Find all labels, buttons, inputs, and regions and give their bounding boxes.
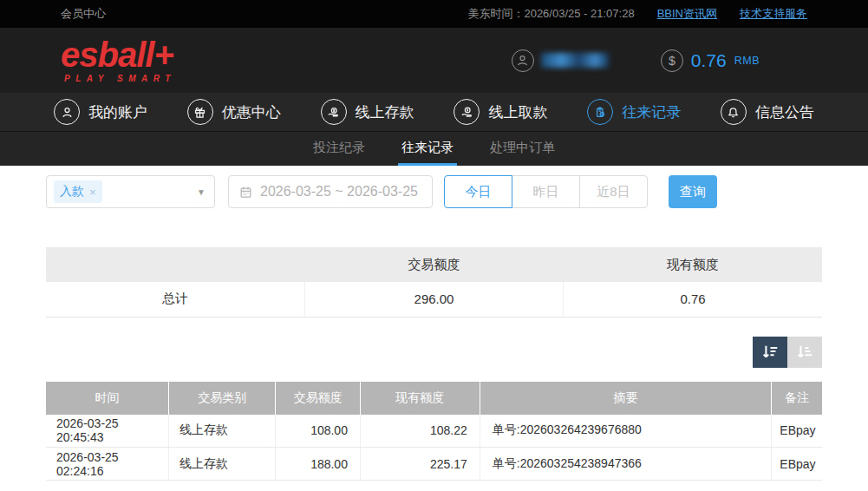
- tab-processing-orders[interactable]: 处理中订单: [486, 132, 558, 166]
- nav-label: 往来记录: [622, 102, 681, 122]
- header-remark: 备注: [772, 382, 822, 415]
- user-account-chip[interactable]: [512, 49, 609, 72]
- type-tag: 入款 ×: [54, 180, 102, 203]
- yesterday-button[interactable]: 昨日: [512, 175, 580, 208]
- table-row: 2026-03-25 20:45:43 线上存款 108.00 108.22 单…: [46, 415, 822, 448]
- top-utility-bar: 会员中心 美东时间：2026/03/25 - 21:07:28 BBIN资讯网 …: [0, 0, 868, 28]
- date-range-picker[interactable]: 2026-03-25 ~ 2026-03-25: [228, 175, 433, 208]
- nav-item-deposit[interactable]: 线上存款: [321, 99, 414, 125]
- header-summary: 摘要: [480, 382, 772, 415]
- search-button[interactable]: 查询: [669, 175, 717, 208]
- nav-label: 我的账户: [88, 102, 147, 122]
- nav-item-my-account[interactable]: 我的账户: [54, 99, 147, 125]
- nav-item-announcements[interactable]: 信息公告: [721, 99, 814, 125]
- tag-remove-icon[interactable]: ×: [89, 186, 96, 199]
- eastern-time-label: 美东时间：2026/03/25 - 21:07:28: [467, 6, 634, 22]
- calendar-icon: [239, 186, 252, 199]
- header-time: 时间: [46, 382, 168, 415]
- filter-row: 入款 × ▼ 2026-03-25 ~ 2026-03-25 今日 昨日 近8日…: [46, 175, 822, 208]
- cell-balance: 108.22: [360, 415, 480, 448]
- summary-table: 交易额度 现有额度 总计 296.00 0.76: [46, 247, 822, 318]
- records-icon: [587, 99, 613, 125]
- nav-item-records[interactable]: 往来记录: [587, 99, 681, 125]
- cell-summary: 单号:202603254238947366: [480, 448, 772, 481]
- type-tag-label: 入款: [60, 184, 84, 200]
- logo-tagline: PLAY SMART: [64, 75, 176, 83]
- cell-type: 线上存款: [168, 415, 276, 448]
- summary-header-amount: 交易额度: [304, 247, 563, 282]
- summary-header-balance: 现有额度: [564, 247, 822, 282]
- deposit-icon: [321, 99, 347, 125]
- balance-currency: RMB: [734, 55, 760, 67]
- member-center-label: 会员中心: [61, 6, 106, 22]
- summary-header-row: 交易额度 现有额度: [46, 247, 822, 282]
- balance-value: 0.76: [691, 50, 727, 71]
- cell-amount: 188.00: [276, 448, 361, 481]
- records-header-row: 时间 交易类别 交易额度 现有额度 摘要 备注: [46, 382, 822, 415]
- header-type: 交易类别: [168, 382, 276, 415]
- tech-support-link[interactable]: 技术支持服务: [740, 6, 807, 22]
- withdraw-icon: [454, 99, 480, 125]
- transaction-type-select[interactable]: 入款 × ▼: [46, 175, 215, 208]
- records-table: 时间 交易类别 交易额度 现有额度 摘要 备注 2026-03-25 20:45…: [46, 382, 822, 481]
- quick-date-button-group: 今日 昨日 近8日: [444, 175, 648, 208]
- brand-bar: esball+ PLAY SMART $ 0.76 RMB: [0, 28, 868, 93]
- cell-balance: 225.17: [360, 448, 480, 481]
- summary-total-amount: 296.00: [304, 282, 563, 317]
- cell-time: 2026-03-25 02:24:16: [46, 448, 168, 481]
- header-balance: 现有额度: [360, 382, 480, 415]
- date-range-value: 2026-03-25 ~ 2026-03-25: [260, 184, 418, 200]
- main-navigation: 我的账户 优惠中心 线上存款 线上取款: [0, 93, 868, 131]
- cell-summary: 单号:202603264239676880: [480, 415, 772, 448]
- summary-total-balance: 0.76: [564, 282, 822, 317]
- bell-icon: [721, 99, 747, 125]
- nav-label: 信息公告: [755, 102, 814, 122]
- cell-remark: EBpay: [772, 415, 822, 448]
- user-icon: [512, 49, 534, 72]
- chevron-down-icon: ▼: [197, 187, 206, 197]
- dollar-coin-icon: $: [661, 49, 683, 72]
- today-button[interactable]: 今日: [444, 175, 512, 208]
- sort-controls: [46, 337, 822, 368]
- cell-amount: 108.00: [276, 415, 361, 448]
- esball-logo[interactable]: esball+ PLAY SMART: [61, 37, 176, 83]
- nav-item-promotions[interactable]: 优惠中心: [187, 99, 281, 125]
- summary-header-empty: [46, 247, 304, 282]
- cell-type: 线上存款: [168, 448, 276, 481]
- header-amount: 交易额度: [276, 382, 361, 415]
- last-8-days-button[interactable]: 近8日: [579, 175, 648, 208]
- balance-chip[interactable]: $ 0.76 RMB: [661, 49, 760, 72]
- bbin-news-link[interactable]: BBIN资讯网: [657, 6, 717, 22]
- nav-label: 优惠中心: [222, 102, 281, 122]
- nav-label: 线上取款: [488, 102, 547, 122]
- summary-total-label: 总计: [46, 282, 304, 317]
- sort-ascending-button[interactable]: [787, 337, 822, 368]
- tab-betting-records[interactable]: 投注纪录: [310, 132, 369, 166]
- nav-label: 线上存款: [356, 102, 414, 122]
- gift-icon: [187, 99, 213, 125]
- cell-time: 2026-03-25 20:45:43: [46, 415, 168, 448]
- logo-wordmark: esball+: [61, 37, 176, 72]
- cell-remark: EBpay: [772, 448, 822, 481]
- content-area: 入款 × ▼ 2026-03-25 ~ 2026-03-25 今日 昨日 近8日…: [0, 166, 868, 481]
- user-icon: [54, 99, 80, 125]
- sub-navigation: 投注纪录 往来记录 处理中订单: [0, 131, 868, 166]
- tab-transaction-records[interactable]: 往来记录: [398, 132, 457, 166]
- summary-total-row: 总计 296.00 0.76: [46, 282, 822, 317]
- sort-descending-button[interactable]: [753, 337, 787, 368]
- table-row: 2026-03-25 02:24:16 线上存款 188.00 225.17 单…: [46, 448, 822, 481]
- nav-item-withdraw[interactable]: 线上取款: [454, 99, 547, 125]
- masked-username: [541, 53, 609, 68]
